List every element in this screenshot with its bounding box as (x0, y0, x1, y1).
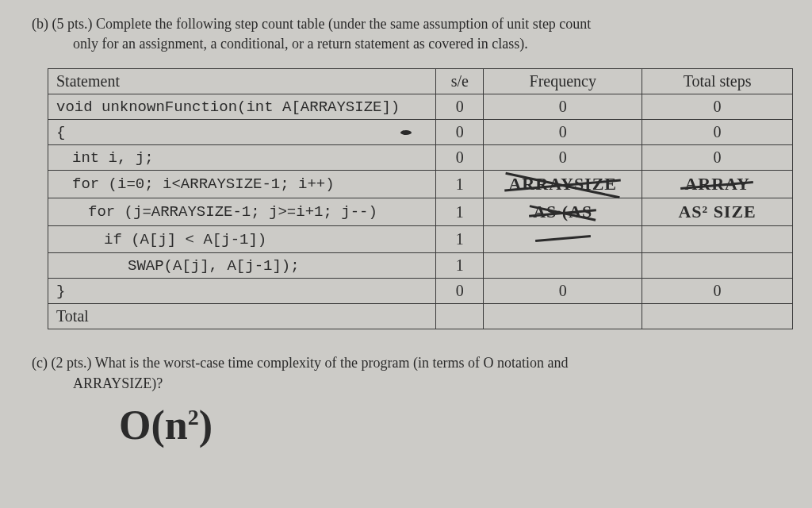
stmt-cell: if (A[j] < A[j-1]) (48, 226, 436, 253)
total-total (642, 304, 793, 329)
question-c-label: (c) (2 pts.) (32, 355, 91, 371)
table-row: if (A[j] < A[j-1]) 1 (48, 226, 793, 253)
se-cell: 0 (436, 94, 484, 120)
stmt-cell: void unknownFunction(int A[ARRAYSIZE]) (48, 94, 436, 120)
total-cell: ARRAY (642, 171, 793, 198)
header-statement: Statement (48, 69, 436, 94)
freq-cell: 0 (484, 145, 642, 171)
answer-c-handwritten: O(n2) (119, 402, 788, 448)
ink-dot-icon (400, 130, 412, 135)
question-b-text2: only for an assignment, a conditional, o… (32, 34, 788, 54)
header-se: s/e (436, 69, 484, 94)
table-row: int i, j; 0 0 0 (48, 145, 793, 171)
se-cell: 0 (436, 145, 484, 171)
freq-cell: 0 (484, 120, 642, 145)
stmt-cell: int i, j; (48, 145, 436, 171)
table-row: SWAP(A[j], A[j-1]); 1 (48, 253, 793, 279)
table-row: for (j=ARRAYSIZE-1; j>=i+1; j--) 1 AS·(A… (48, 198, 793, 226)
header-frequency: Frequency (484, 69, 642, 94)
stmt-cell: SWAP(A[j], A[j-1]); (48, 253, 436, 279)
question-c-text2: ARRAYSIZE)? (32, 374, 788, 394)
table-header-row: Statement s/e Frequency Total steps (48, 69, 793, 94)
question-b-label: (b) (5 pts.) (32, 16, 92, 32)
se-cell: 1 (436, 171, 484, 198)
total-cell: 0 (642, 145, 793, 171)
stmt-cell: { (48, 120, 436, 145)
se-cell: 1 (436, 198, 484, 226)
se-cell: 0 (436, 279, 484, 304)
table-row: void unknownFunction(int A[ARRAYSIZE]) 0… (48, 94, 793, 120)
freq-total (484, 304, 642, 329)
table-total-row: Total (48, 304, 793, 329)
question-c: (c) (2 pts.) What is the worst-case time… (24, 353, 788, 393)
total-cell: 0 (642, 279, 793, 304)
se-total (436, 304, 484, 329)
total-cell: AS² SIZE (642, 198, 793, 226)
se-cell: 1 (436, 226, 484, 253)
freq-cell: AS·(AS (484, 198, 642, 226)
stmt-cell: } (48, 279, 436, 304)
se-cell: 0 (436, 120, 484, 145)
total-label: Total (48, 304, 436, 329)
step-count-table: Statement s/e Frequency Total steps void… (48, 68, 793, 329)
stmt-cell: for (i=0; i<ARRAYSIZE-1; i++) (48, 171, 436, 198)
table-row: for (i=0; i<ARRAYSIZE-1; i++) 1 ARRAYSIZ… (48, 171, 793, 198)
total-cell (642, 253, 793, 279)
question-c-text1: What is the worst-case time complexity o… (95, 355, 569, 371)
freq-cell: ARRAYSIZE (484, 171, 642, 198)
table-row: } 0 0 0 (48, 279, 793, 304)
table-row: { 0 0 0 (48, 120, 793, 145)
question-b: (b) (5 pts.) Complete the following step… (24, 14, 788, 54)
freq-cell: 0 (484, 94, 642, 120)
header-total: Total steps (642, 69, 793, 94)
freq-cell (484, 226, 642, 253)
se-cell: 1 (436, 253, 484, 279)
freq-cell (484, 253, 642, 279)
stmt-cell: for (j=ARRAYSIZE-1; j>=i+1; j--) (48, 198, 436, 226)
question-b-text1: Complete the following step count table … (96, 16, 591, 32)
freq-cell: 0 (484, 279, 642, 304)
total-cell (642, 226, 793, 253)
total-cell: 0 (642, 94, 793, 120)
total-cell: 0 (642, 120, 793, 145)
